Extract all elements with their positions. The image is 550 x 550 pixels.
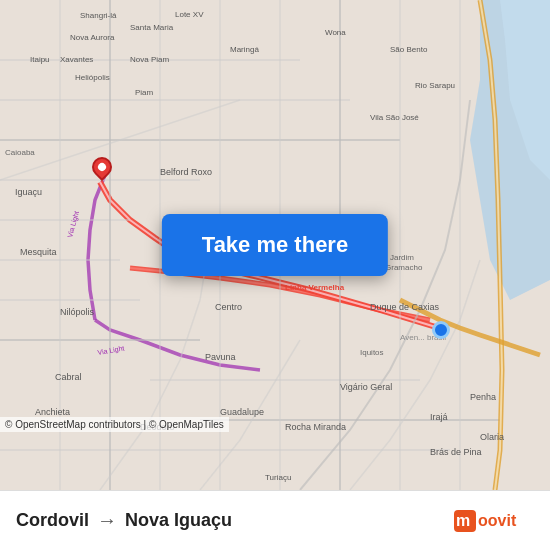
map-attribution: © OpenStreetMap contributors | © OpenMap… [0, 417, 229, 432]
svg-text:Centro: Centro [215, 302, 242, 312]
svg-text:Pavuna: Pavuna [205, 352, 236, 362]
svg-text:Vila São José: Vila São José [370, 113, 419, 122]
svg-text:Duque de Caxias: Duque de Caxias [370, 302, 440, 312]
svg-text:Gramacho: Gramacho [385, 263, 423, 272]
svg-text:Belford Roxo: Belford Roxo [160, 167, 212, 177]
map-container: Iguaçu Mesquita Nilópolis Caioaba Belfor… [0, 0, 550, 490]
svg-text:Penha: Penha [470, 392, 496, 402]
svg-text:Wona: Wona [325, 28, 346, 37]
svg-text:Nova Piam: Nova Piam [130, 55, 169, 64]
take-me-there-button[interactable]: Take me there [162, 214, 388, 276]
svg-text:Anchieta: Anchieta [35, 407, 70, 417]
svg-text:Cabral: Cabral [55, 372, 82, 382]
svg-text:Itaipu: Itaipu [30, 55, 50, 64]
svg-text:Heliópolis: Heliópolis [75, 73, 110, 82]
svg-text:Nova Aurora: Nova Aurora [70, 33, 115, 42]
svg-text:Vigário Geral: Vigário Geral [340, 382, 392, 392]
svg-text:oovit: oovit [478, 512, 517, 529]
svg-text:Nilópolis: Nilópolis [60, 307, 95, 317]
svg-text:Piam: Piam [135, 88, 154, 97]
origin-dot [432, 321, 450, 339]
svg-text:Olaria: Olaria [480, 432, 504, 442]
origin-label: Cordovil [16, 510, 89, 531]
svg-text:Shangri-lá: Shangri-lá [80, 11, 117, 20]
svg-text:Iguaçu: Iguaçu [15, 187, 42, 197]
destination-label: Nova Iguaçu [125, 510, 232, 531]
svg-text:Lote XV: Lote XV [175, 10, 204, 19]
svg-text:Mesquita: Mesquita [20, 247, 57, 257]
moovit-logo: m oovit [454, 506, 534, 536]
svg-text:Maringá: Maringá [230, 45, 259, 54]
svg-text:Caioaba: Caioaba [5, 148, 35, 157]
svg-text:m: m [456, 512, 470, 529]
svg-text:Irajá: Irajá [430, 412, 448, 422]
svg-text:Rio Sarapu: Rio Sarapu [415, 81, 455, 90]
svg-text:Xavantes: Xavantes [60, 55, 93, 64]
bottom-bar: Cordovil → Nova Iguaçu m oovit [0, 490, 550, 550]
svg-text:Iquitos: Iquitos [360, 348, 384, 357]
svg-text:Brás de Pina: Brás de Pina [430, 447, 482, 457]
route-info: Cordovil → Nova Iguaçu [16, 509, 232, 532]
moovit-logo-container: m oovit [454, 506, 534, 536]
svg-text:Guadalupe: Guadalupe [220, 407, 264, 417]
svg-text:Linha Vermelha: Linha Vermelha [285, 283, 345, 292]
svg-text:Rocha Miranda: Rocha Miranda [285, 422, 346, 432]
arrow-icon: → [97, 509, 117, 532]
svg-text:Turiaçu: Turiaçu [265, 473, 291, 482]
svg-text:Santa Maria: Santa Maria [130, 23, 174, 32]
svg-text:São Bento: São Bento [390, 45, 428, 54]
svg-text:Jardim: Jardim [390, 253, 414, 262]
